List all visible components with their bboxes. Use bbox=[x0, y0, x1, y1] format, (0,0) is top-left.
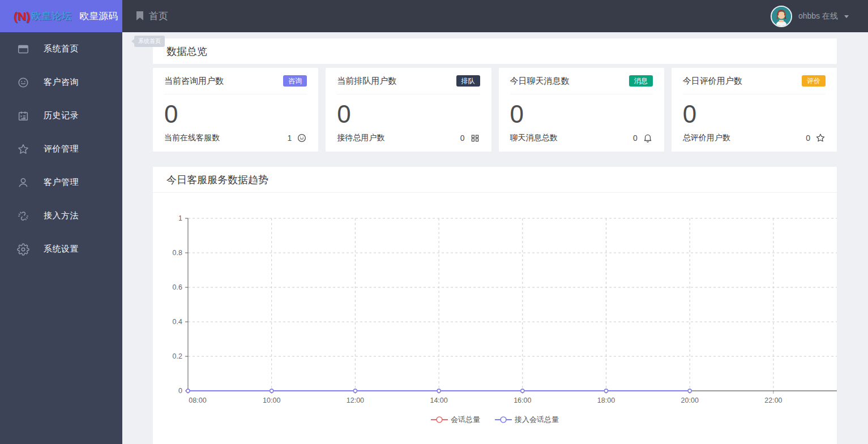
stat-card-ratings: 今日评价用户数 评价 0 总评价用户数 0 bbox=[672, 68, 837, 152]
status-badge: 排队 bbox=[456, 75, 480, 87]
stat-footer-value: 1 bbox=[287, 133, 292, 143]
sidebar-item-label: 接入方法 bbox=[44, 210, 79, 221]
user-avatar bbox=[771, 6, 792, 27]
nav-home-tab[interactable]: 首页 bbox=[122, 0, 182, 32]
svg-text:22:00: 22:00 bbox=[764, 396, 782, 404]
svg-text:20:00: 20:00 bbox=[681, 396, 699, 404]
chart-legend: 会话总量接入会话总量 bbox=[153, 415, 837, 425]
group-grid-icon bbox=[470, 133, 480, 143]
main-content: 数据总览 当前咨询用户数 咨询 0 当前在线客服数 1 bbox=[122, 32, 868, 444]
svg-text:08:00: 08:00 bbox=[189, 396, 206, 404]
stat-footer-label: 当前在线客服数 bbox=[164, 133, 220, 143]
stat-card-queue: 当前排队用户数 排队 0 接待总用户数 0 bbox=[326, 68, 491, 152]
sidebar-item-label: 评价管理 bbox=[44, 144, 79, 154]
svg-text:0.6: 0.6 bbox=[173, 283, 182, 291]
smiley-icon bbox=[17, 76, 29, 89]
sidebar-item-reviews[interactable]: 评价管理 bbox=[0, 132, 122, 166]
stat-value: 0 bbox=[510, 102, 653, 127]
sidebar-item-settings[interactable]: 系统设置 bbox=[0, 232, 122, 266]
stat-card-title: 当前咨询用户数 bbox=[164, 76, 224, 87]
sidebar-item-label: 系统设置 bbox=[44, 244, 79, 255]
star-icon bbox=[815, 133, 826, 143]
stat-footer-value: 0 bbox=[460, 133, 465, 143]
nav-home-label: 首页 bbox=[149, 10, 168, 23]
brand-logo[interactable]: (N) 欧皇论坛 欧皇源码 bbox=[0, 0, 122, 32]
stat-card-consulting: 当前咨询用户数 咨询 0 当前在线客服数 1 bbox=[153, 68, 318, 152]
stat-footer-label: 接待总用户数 bbox=[337, 133, 384, 143]
svg-text:0.4: 0.4 bbox=[173, 318, 182, 326]
user-icon bbox=[17, 176, 29, 189]
sidebar-item-history[interactable]: 历史记录 bbox=[0, 99, 122, 132]
overview-section-header: 数据总览 bbox=[153, 38, 837, 64]
legend-item[interactable]: 会话总量 bbox=[431, 415, 480, 425]
stat-footer-value: 0 bbox=[633, 133, 638, 143]
logo-forum-text: 欧皇论坛 bbox=[31, 10, 72, 23]
svg-text:10:00: 10:00 bbox=[263, 396, 280, 404]
caret-down-icon bbox=[844, 15, 849, 18]
legend-label: 接入会话总量 bbox=[515, 415, 559, 425]
stat-value: 0 bbox=[337, 102, 480, 127]
sidebar-item-label: 客户咨询 bbox=[44, 77, 79, 88]
stat-footer-value: 0 bbox=[806, 133, 810, 143]
svg-text:1: 1 bbox=[178, 214, 182, 222]
stat-value: 0 bbox=[683, 102, 826, 127]
sidebar-item-customers[interactable]: 客户管理 bbox=[0, 166, 122, 199]
unlink-icon bbox=[17, 210, 29, 222]
star-icon bbox=[17, 143, 29, 156]
user-name-status: ohbbs 在线 bbox=[798, 11, 838, 21]
svg-text:18:00: 18:00 bbox=[597, 396, 615, 404]
stat-card-title: 今日聊天消息数 bbox=[510, 76, 570, 87]
legend-marker-icon bbox=[431, 416, 448, 424]
stat-card-title: 今日评价用户数 bbox=[683, 76, 742, 87]
svg-text:0.2: 0.2 bbox=[173, 352, 182, 360]
status-badge: 评价 bbox=[802, 75, 826, 87]
sidebar-item-integration[interactable]: 接入方法 bbox=[0, 199, 122, 232]
sidebar-item-label: 客户管理 bbox=[44, 177, 79, 188]
bookmark-icon bbox=[136, 11, 144, 21]
sidebar-nav: 系统首页 客户咨询 历史记录 评价管理 bbox=[0, 32, 122, 444]
trend-chart-card: 今日客服服务数据趋势 00.20.40.60.8108:0010:0012:00… bbox=[153, 167, 837, 444]
smiley-icon bbox=[297, 133, 307, 143]
stat-footer-label: 总评价用户数 bbox=[683, 133, 730, 143]
gear-icon bbox=[17, 243, 29, 256]
status-badge: 消息 bbox=[629, 75, 653, 87]
user-menu[interactable]: ohbbs 在线 bbox=[771, 0, 868, 32]
svg-text:12:00: 12:00 bbox=[347, 396, 364, 404]
trend-line-chart[interactable]: 00.20.40.60.8108:0010:0012:0014:0016:001… bbox=[153, 193, 837, 409]
stat-cards-row: 当前咨询用户数 咨询 0 当前在线客服数 1 当前 bbox=[153, 68, 837, 152]
logo-n-icon: (N) bbox=[14, 10, 30, 23]
page-tab-tag[interactable]: 系统首页 bbox=[134, 36, 165, 47]
legend-item[interactable]: 接入会话总量 bbox=[495, 415, 559, 425]
sidebar-item-home[interactable]: 系统首页 bbox=[0, 32, 122, 66]
sidebar-item-consult[interactable]: 客户咨询 bbox=[0, 66, 122, 99]
svg-text:0: 0 bbox=[178, 387, 182, 395]
legend-label: 会话总量 bbox=[451, 415, 480, 425]
sidebar-item-label: 历史记录 bbox=[44, 110, 79, 121]
notebook-icon bbox=[17, 110, 29, 122]
stat-card-title: 当前排队用户数 bbox=[337, 76, 396, 87]
chart-title: 今日客服服务数据趋势 bbox=[166, 173, 268, 187]
svg-text:16:00: 16:00 bbox=[514, 396, 531, 404]
overview-title: 数据总览 bbox=[166, 45, 207, 58]
window-icon bbox=[17, 43, 29, 55]
brand-title: 欧皇源码 bbox=[79, 10, 118, 23]
status-badge: 咨询 bbox=[283, 75, 307, 87]
stat-value: 0 bbox=[164, 102, 307, 127]
sidebar-item-label: 系统首页 bbox=[44, 44, 79, 54]
bell-icon bbox=[643, 133, 653, 143]
stat-footer-label: 聊天消息总数 bbox=[510, 133, 558, 143]
stat-card-messages: 今日聊天消息数 消息 0 聊天消息总数 0 bbox=[499, 68, 664, 152]
top-navbar: (N) 欧皇论坛 欧皇源码 首页 ohbbs 在线 bbox=[0, 0, 868, 32]
svg-text:0.8: 0.8 bbox=[173, 249, 182, 257]
legend-marker-icon bbox=[495, 416, 512, 424]
svg-text:14:00: 14:00 bbox=[430, 396, 447, 404]
